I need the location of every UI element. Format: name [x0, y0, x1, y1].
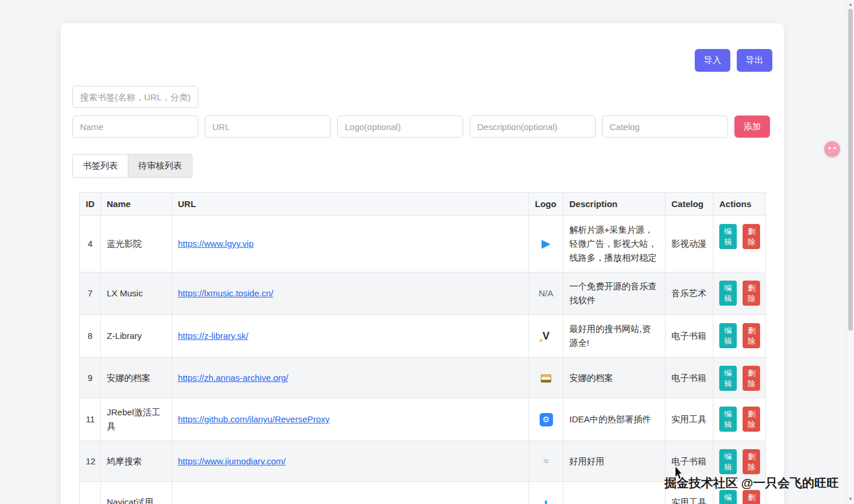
table-row: 4 蓝光影院 https://www.lgyy.vip ▶ 解析片源+采集片源，…: [80, 216, 766, 272]
delete-button[interactable]: 删除: [743, 490, 760, 504]
edit-button[interactable]: 编辑: [719, 449, 737, 474]
delete-button[interactable]: 删除: [743, 407, 760, 432]
description-input[interactable]: [470, 116, 596, 138]
floating-sticker-button[interactable]: [824, 141, 840, 157]
column-header-url: URL: [172, 192, 529, 216]
cell-actions: 编辑 删除: [713, 315, 766, 358]
bookmark-url-link[interactable]: https://zh.annas-archive.org/: [178, 373, 288, 383]
cell-url: https://lxmusic.toside.cn/: [172, 272, 529, 315]
import-button[interactable]: 导入: [695, 49, 730, 72]
edit-button[interactable]: 编辑: [719, 224, 737, 249]
bookmark-table: ID Name URL Logo Description Catelog Act…: [79, 192, 765, 504]
cell-url: https://www.lgyy.vip: [172, 216, 529, 272]
cell-id: 9: [80, 358, 101, 398]
toolbar: 导入 导出: [72, 23, 772, 72]
delete-button[interactable]: 删除: [743, 323, 760, 348]
search-row: [72, 86, 772, 108]
cell-url: https://www.jiumodiary.com/: [172, 441, 529, 482]
bookmark-url-link[interactable]: https://z-library.sk/: [178, 331, 249, 341]
tabs: 书签列表 待审核列表: [72, 154, 192, 178]
edit-button[interactable]: 编辑: [719, 323, 737, 348]
cell-url: https://github.com/ilanyu/ReverseProxy: [172, 398, 529, 441]
add-button[interactable]: 添加: [734, 116, 770, 138]
cell-id: [80, 482, 101, 504]
bookmark-url-link[interactable]: https://lxmusic.toside.cn/: [178, 288, 273, 298]
cell-name: 蓝光影院: [101, 216, 172, 272]
cell-catelog: 实用工具: [666, 398, 713, 441]
cell-catelog: 音乐艺术: [666, 272, 713, 315]
delete-button[interactable]: 删除: [743, 224, 760, 249]
table-row: Navicat试用 ◗ 实用工具 编辑 删除: [80, 482, 766, 504]
cell-name: Navicat试用: [101, 482, 172, 504]
export-button[interactable]: 导出: [737, 49, 772, 72]
edit-button[interactable]: 编辑: [719, 281, 737, 306]
cell-description: 最好用的搜书网站,资源全!: [564, 315, 666, 358]
bookmark-manager-card: 导入 导出 添加 书签列表 待审核列表 ID Name URL L: [61, 23, 784, 504]
cell-id: 12: [80, 441, 101, 482]
table-row: 8 Z-Library https://z-library.sk/ V 最好用的…: [80, 315, 766, 358]
cell-name: 鸠摩搜索: [101, 441, 172, 482]
bookmark-url-link[interactable]: https://github.com/ilanyu/ReverseProxy: [178, 414, 330, 424]
delete-button[interactable]: 删除: [743, 449, 760, 474]
cell-name: LX Music: [101, 272, 172, 315]
table-row: 11 JRebel激活工具 https://github.com/ilanyu/…: [80, 398, 766, 441]
cell-actions: 编辑 删除: [713, 216, 766, 272]
column-header-logo: Logo: [529, 192, 564, 216]
cell-logo: ≈: [529, 441, 564, 482]
url-input[interactable]: [205, 116, 331, 138]
cell-name: Z-Library: [101, 315, 172, 358]
cell-logo: [529, 358, 564, 398]
cell-description: 一个免费开源的音乐查找软件: [564, 272, 666, 315]
cell-description: IDEA中的热部署插件: [564, 398, 666, 441]
cell-logo: ▶: [529, 216, 564, 272]
cell-actions: 编辑 删除: [713, 272, 766, 315]
cell-id: 11: [80, 398, 101, 441]
cell-catelog: 实用工具: [666, 482, 713, 504]
edit-button[interactable]: 编辑: [719, 366, 737, 391]
column-header-catelog: Catelog: [666, 192, 713, 216]
logo-input[interactable]: [337, 116, 463, 138]
cell-url: https://z-library.sk/: [172, 315, 529, 358]
cell-id: 7: [80, 272, 101, 315]
tab-pending-list[interactable]: 待审核列表: [128, 154, 192, 178]
scroll-up-arrow-icon[interactable]: ▲: [847, 1, 854, 9]
cell-logo: N/A: [529, 272, 564, 315]
cell-catelog: 电子书籍: [666, 315, 713, 358]
delete-button[interactable]: 删除: [743, 366, 760, 391]
cell-logo: V: [529, 315, 564, 358]
cell-description: 解析片源+采集片源，轻微广告，影视大站，线路多，播放相对稳定: [564, 216, 666, 272]
cell-logo: ◗: [529, 482, 564, 504]
cell-actions: 编辑 删除: [713, 482, 766, 504]
cell-description: [564, 482, 666, 504]
cell-name: JRebel激活工具: [101, 398, 172, 441]
name-input[interactable]: [72, 116, 198, 138]
zlibrary-icon: V: [542, 329, 550, 343]
bookmark-url-link[interactable]: https://www.jiumodiary.com/: [178, 456, 286, 466]
scrollbar-thumb[interactable]: [848, 9, 853, 331]
bookmark-url-link[interactable]: https://www.lgyy.vip: [178, 239, 254, 249]
cell-url: [172, 482, 529, 504]
cell-description: 好用好用: [564, 441, 666, 482]
column-header-actions: Actions: [713, 192, 766, 216]
cell-catelog: 电子书籍: [666, 358, 713, 398]
table-row: 12 鸠摩搜索 https://www.jiumodiary.com/ ≈ 好用…: [80, 441, 766, 482]
column-header-id: ID: [80, 192, 101, 216]
cell-logo: ⚙: [529, 398, 564, 441]
cell-actions: 编辑 删除: [713, 441, 766, 482]
catelog-input[interactable]: [602, 116, 728, 138]
scrollbar[interactable]: ▲ ▼: [846, 0, 854, 504]
na-text: N/A: [538, 286, 553, 300]
cell-catelog: 影视动漫: [666, 216, 713, 272]
table-header-row: ID Name URL Logo Description Catelog Act…: [80, 192, 766, 216]
cell-id: 4: [80, 216, 101, 272]
scroll-down-arrow-icon[interactable]: ▼: [847, 495, 854, 503]
search-input[interactable]: [72, 86, 198, 108]
delete-button[interactable]: 删除: [743, 281, 760, 306]
edit-button[interactable]: 编辑: [719, 407, 737, 432]
cell-id: 8: [80, 315, 101, 358]
cell-actions: 编辑 删除: [713, 398, 766, 441]
table-row: 7 LX Music https://lxmusic.toside.cn/ N/…: [80, 272, 766, 315]
jiumo-icon: ≈: [543, 454, 548, 468]
tab-bookmark-list[interactable]: 书签列表: [72, 154, 128, 178]
edit-button[interactable]: 编辑: [719, 490, 737, 504]
